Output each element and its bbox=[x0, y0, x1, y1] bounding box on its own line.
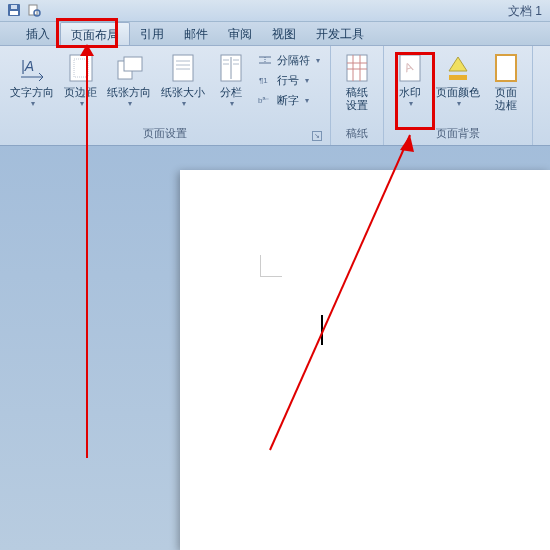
page-color-button[interactable]: 页面颜色 ▾ bbox=[432, 50, 484, 110]
dropdown-icon: ▾ bbox=[457, 99, 461, 108]
columns-icon bbox=[215, 52, 247, 84]
margins-button[interactable]: 页边距 ▾ bbox=[60, 50, 101, 110]
orientation-button[interactable]: 纸张方向 ▾ bbox=[103, 50, 155, 110]
document-page[interactable] bbox=[180, 170, 550, 550]
group-label-background: 页面背景 bbox=[390, 124, 526, 143]
tab-insert[interactable]: 插入 bbox=[16, 22, 60, 45]
ribbon-tabs: 插入 页面布局 引用 邮件 审阅 视图 开发工具 bbox=[0, 22, 550, 46]
group-page-background: A 水印 ▾ 页面颜色 ▾ 页面 边框 页面背景 bbox=[384, 46, 533, 145]
manuscript-settings-button[interactable]: 稿纸 设置 bbox=[337, 50, 377, 114]
orientation-icon bbox=[113, 52, 145, 84]
dropdown-icon: ▾ bbox=[409, 99, 413, 108]
svg-rect-1 bbox=[10, 11, 18, 15]
text-cursor bbox=[321, 315, 323, 345]
group-label-manuscript: 稿纸 bbox=[337, 124, 377, 143]
hyphenation-button[interactable]: bª⁻ 断字▾ bbox=[253, 90, 324, 110]
size-button[interactable]: 纸张大小 ▾ bbox=[157, 50, 209, 110]
tab-view[interactable]: 视图 bbox=[262, 22, 306, 45]
size-icon bbox=[167, 52, 199, 84]
dialog-launcher-icon[interactable]: ↘ bbox=[312, 131, 322, 141]
svg-rect-10 bbox=[173, 55, 193, 81]
line-numbers-button[interactable]: ¶1 行号▾ bbox=[253, 70, 324, 90]
group-page-setup: |A 文字方向 ▾ 页边距 ▾ 纸张方向 ▾ 纸张大小 ▾ 分栏 bbox=[0, 46, 331, 145]
dropdown-icon: ▾ bbox=[230, 99, 234, 108]
group-label-page-setup: 页面设置 bbox=[143, 124, 187, 143]
line-numbers-icon: ¶1 bbox=[257, 72, 273, 88]
document-title: 文档 1 bbox=[508, 3, 542, 20]
title-bar: 文档 1 bbox=[0, 0, 550, 22]
tab-review[interactable]: 审阅 bbox=[218, 22, 262, 45]
ribbon: |A 文字方向 ▾ 页边距 ▾ 纸张方向 ▾ 纸张大小 ▾ 分栏 bbox=[0, 46, 550, 146]
svg-rect-9 bbox=[124, 57, 142, 71]
dropdown-icon: ▾ bbox=[182, 99, 186, 108]
group-manuscript: 稿纸 设置 稿纸 bbox=[331, 46, 384, 145]
page-border-icon bbox=[490, 52, 522, 84]
dropdown-icon: ▾ bbox=[80, 99, 84, 108]
margins-icon bbox=[65, 52, 97, 84]
svg-text:¶1: ¶1 bbox=[259, 76, 268, 85]
tab-page-layout[interactable]: 页面布局 bbox=[60, 22, 130, 45]
text-direction-icon: |A bbox=[16, 52, 48, 84]
hyphenation-icon: bª⁻ bbox=[257, 92, 273, 108]
svg-rect-2 bbox=[11, 5, 17, 9]
save-icon[interactable] bbox=[6, 2, 22, 18]
svg-text:bª⁻: bª⁻ bbox=[258, 96, 269, 105]
svg-rect-32 bbox=[449, 75, 467, 80]
svg-rect-33 bbox=[496, 55, 516, 81]
svg-text:|A: |A bbox=[21, 58, 34, 74]
columns-button[interactable]: 分栏 ▾ bbox=[211, 50, 251, 110]
tab-references[interactable]: 引用 bbox=[130, 22, 174, 45]
dropdown-icon: ▾ bbox=[31, 99, 35, 108]
text-direction-button[interactable]: |A 文字方向 ▾ bbox=[6, 50, 58, 110]
manuscript-icon bbox=[341, 52, 373, 84]
page-border-button[interactable]: 页面 边框 bbox=[486, 50, 526, 114]
breaks-icon bbox=[257, 52, 273, 68]
tab-developer[interactable]: 开发工具 bbox=[306, 22, 374, 45]
print-preview-icon[interactable] bbox=[26, 2, 42, 18]
page-color-icon bbox=[442, 52, 474, 84]
breaks-button[interactable]: 分隔符▾ bbox=[253, 50, 324, 70]
watermark-icon: A bbox=[394, 52, 426, 84]
svg-rect-25 bbox=[347, 55, 367, 81]
watermark-button[interactable]: A 水印 ▾ bbox=[390, 50, 430, 110]
margin-indicator bbox=[260, 255, 282, 277]
tab-mailings[interactable]: 邮件 bbox=[174, 22, 218, 45]
quick-access-toolbar bbox=[6, 2, 42, 18]
dropdown-icon: ▾ bbox=[128, 99, 132, 108]
